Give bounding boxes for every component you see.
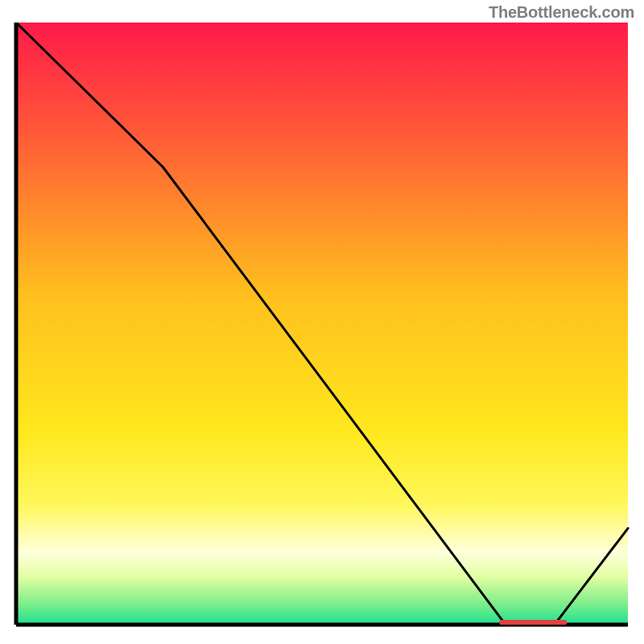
optimal-marker [499,620,567,625]
watermark-text: TheBottleneck.com [489,3,634,22]
chart-container [11,23,633,634]
chart-svg [11,23,633,634]
